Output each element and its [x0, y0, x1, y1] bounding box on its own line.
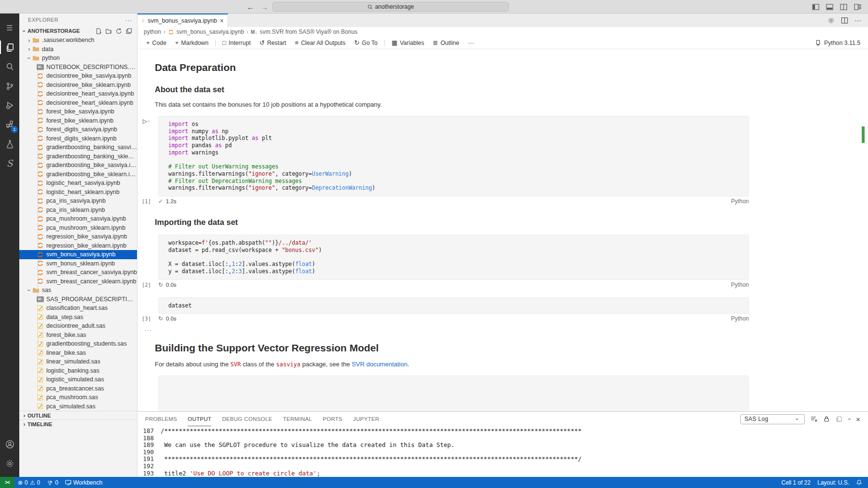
explorer-icon[interactable]: [0, 38, 19, 57]
search-icon[interactable]: [0, 57, 19, 76]
cell-editor[interactable]: import osimport numpy as npimport matplo…: [158, 116, 749, 196]
toolbar-code-button[interactable]: +Code: [142, 38, 170, 48]
tree-file[interactable]: decisiontree_adult.sas: [19, 321, 137, 331]
collapse-all-icon[interactable]: [126, 28, 132, 34]
notebook-code-cell[interactable]: ▷›import osimport numpy as npimport matp…: [137, 116, 868, 206]
tree-file[interactable]: forest_digits_sklearn.ipynb: [19, 134, 137, 143]
toolbar-interrupt-button[interactable]: □Interrupt: [218, 38, 255, 48]
tree-file[interactable]: pca_iris_sklearn.ipynb: [19, 206, 137, 215]
tree-file[interactable]: regression_bike_sasviya.ipynb: [19, 232, 137, 241]
panel-tab-debug-console[interactable]: DEBUG CONSOLE: [222, 412, 272, 426]
panel-tab-ports[interactable]: PORTS: [323, 412, 342, 426]
remote-indicator[interactable]: ><: [0, 477, 14, 488]
tree-folder-.sasuser.workbench[interactable]: ›.sasuser.workbench: [19, 36, 137, 45]
toolbar-clear-all-outputs-button[interactable]: ≡Clear All Outputs: [291, 38, 350, 48]
testing-icon[interactable]: [0, 134, 19, 153]
source-control-icon[interactable]: [0, 76, 19, 96]
panel-tab-terminal[interactable]: TERMINAL: [283, 412, 312, 426]
toolbar-markdown-button[interactable]: +Markdown: [171, 38, 212, 48]
tree-file[interactable]: forest_bike_sklearn.ipynb: [19, 116, 137, 125]
panel-tab-jupyter[interactable]: JUPYTER: [353, 412, 380, 426]
new-folder-icon[interactable]: [106, 28, 112, 34]
run-debug-icon[interactable]: [0, 96, 19, 115]
settings-gear-icon[interactable]: [0, 454, 19, 473]
sidebar-section-timeline[interactable]: ›TIMELINE: [19, 419, 137, 428]
tree-file[interactable]: gradientboosting_banking_sklearn.ip...: [19, 152, 137, 161]
toolbar-more-button[interactable]: ···: [464, 38, 478, 48]
tree-file[interactable]: decisiontree_heart_sklearn.ipynb: [19, 98, 137, 108]
explorer-more-icon[interactable]: ···: [125, 16, 132, 24]
tree-file[interactable]: logistic_heart_sasviya.ipynb: [19, 179, 137, 188]
tree-file[interactable]: classification_heart.sas: [19, 304, 137, 313]
chevron-down-icon[interactable]: ›: [147, 121, 151, 122]
tree-file[interactable]: logistic_heart_sklearn.ipynb: [19, 188, 137, 197]
tree-file[interactable]: pca_iris_sasviya.ipynb: [19, 196, 137, 206]
tree-folder-data[interactable]: ›data: [19, 45, 137, 54]
tree-file[interactable]: pca_mushroom_sklearn.ipynb: [19, 223, 137, 233]
notebook-code-cell[interactable]: [158, 376, 749, 411]
problems-status[interactable]: ⊗ 0 ⚠ 0: [14, 477, 43, 488]
sidebar-section-outline[interactable]: ›OUTLINE: [19, 411, 137, 419]
tree-file[interactable]: linear_simulated.sas: [19, 357, 137, 366]
panel-tab-problems[interactable]: PROBLEMS: [145, 412, 177, 426]
settings-gear-icon[interactable]: [827, 17, 835, 24]
tree-file[interactable]: svm_bonus_sklearn.ipynb: [19, 259, 137, 268]
tree-file[interactable]: decisiontree_bike_sklearn.ipynb: [19, 81, 137, 90]
tree-file[interactable]: pca_mushroom.sas: [19, 393, 137, 402]
toolbar-variables-button[interactable]: ▦Variables: [388, 38, 428, 48]
tree-file[interactable]: decisiontree_bike_sasviya.ipynb: [19, 71, 137, 81]
tree-file[interactable]: svm_bonus_sasviya.ipynb: [19, 250, 137, 259]
notifications-bell[interactable]: [853, 477, 868, 488]
workbench-status[interactable]: Workbench: [62, 477, 106, 488]
collapsed-cells-indicator[interactable]: ···: [144, 326, 868, 334]
tree-folder-python[interactable]: ›python: [19, 54, 137, 63]
workspace-root-row[interactable]: › ANOTHERSTORAGE: [19, 26, 137, 36]
layout-indicator[interactable]: Layout: U.S.: [814, 477, 853, 488]
tree-file[interactable]: pca_simulated.sas: [19, 402, 137, 411]
new-file-icon[interactable]: [95, 28, 102, 34]
account-icon[interactable]: [0, 434, 19, 454]
ports-status[interactable]: 0: [43, 477, 62, 488]
close-tab-icon[interactable]: ×: [220, 17, 224, 25]
cell-language[interactable]: Python: [731, 198, 749, 205]
refresh-icon[interactable]: [116, 28, 122, 34]
tree-file[interactable]: pca_breastcancer.sas: [19, 384, 137, 393]
kernel-picker[interactable]: Python 3.11.5: [815, 40, 868, 46]
breadcrumb-item[interactable]: svm.SVR from SAS® Viya® on Bonus: [259, 28, 357, 35]
tree-file[interactable]: M↓NOTEBOOK_DESCRIPTIONS.md: [19, 63, 137, 72]
tree-file[interactable]: svm_breast_cancer_sklearn.ipynb: [19, 277, 137, 286]
customize-layout-icon[interactable]: [854, 3, 861, 11]
cell-language[interactable]: Python: [731, 315, 749, 322]
open-in-editor-icon[interactable]: [836, 416, 842, 422]
notebook-code-cell[interactable]: workspace=f'{os.path.abspath("")}/../dat…: [137, 235, 868, 290]
close-panel-icon[interactable]: ×: [856, 415, 860, 423]
tree-file[interactable]: decisiontree_heart_sasviya.ipynb: [19, 89, 137, 98]
tree-file[interactable]: forest_digits_sasviya.ipynb: [19, 125, 137, 134]
cell-editor[interactable]: workspace=f'{os.path.abspath("")}/../dat…: [158, 235, 749, 280]
doc-link[interactable]: SVR documentation: [352, 361, 407, 368]
tree-file[interactable]: data_step.sas: [19, 313, 137, 322]
back-arrow-icon[interactable]: ←: [247, 3, 254, 11]
toggle-panel-icon[interactable]: [826, 3, 833, 11]
notebook-code-cell[interactable]: dataset[3]↻0.0sPython: [137, 297, 868, 324]
lock-scroll-icon[interactable]: [823, 416, 830, 422]
tree-file[interactable]: logistic_banking.sas: [19, 366, 137, 376]
cell-indicator[interactable]: Cell 1 of 22: [778, 477, 814, 488]
toggle-sidebar-icon[interactable]: [812, 3, 819, 11]
tree-file[interactable]: M↓SAS_PROGRAM_DESCRIPTIONS.md: [19, 295, 137, 304]
tree-file[interactable]: pca_mushroom_sasviya.ipynb: [19, 214, 137, 223]
sas-extension-icon[interactable]: S: [0, 153, 19, 173]
tree-file[interactable]: gradientboosting_bike_sasviya.ipynb: [19, 161, 137, 170]
maximize-panel-icon[interactable]: ›: [846, 418, 853, 420]
tree-file[interactable]: forest_bike_sasviya.ipynb: [19, 107, 137, 116]
more-actions-icon[interactable]: ···: [854, 16, 861, 24]
breadcrumb-item[interactable]: svm_bonus_sasviya.ipynb: [176, 28, 244, 35]
tree-file[interactable]: linear_bike.sas: [19, 349, 137, 358]
output-log[interactable]: 187/************************************…: [137, 426, 868, 477]
tree-file[interactable]: regression_bike_sklearn.ipynb: [19, 241, 137, 251]
tree-file[interactable]: gradientboosting_bike_sklearn.ipynb: [19, 170, 137, 179]
tab-svm-bonus-sasviya[interactable]: svm_bonus_sasviya.ipynb ×: [137, 14, 228, 27]
tree-file[interactable]: gradientboosting_students.sas: [19, 339, 137, 349]
breadcrumb-item[interactable]: python: [144, 28, 161, 35]
panel-tab-output[interactable]: OUTPUT: [188, 412, 211, 426]
